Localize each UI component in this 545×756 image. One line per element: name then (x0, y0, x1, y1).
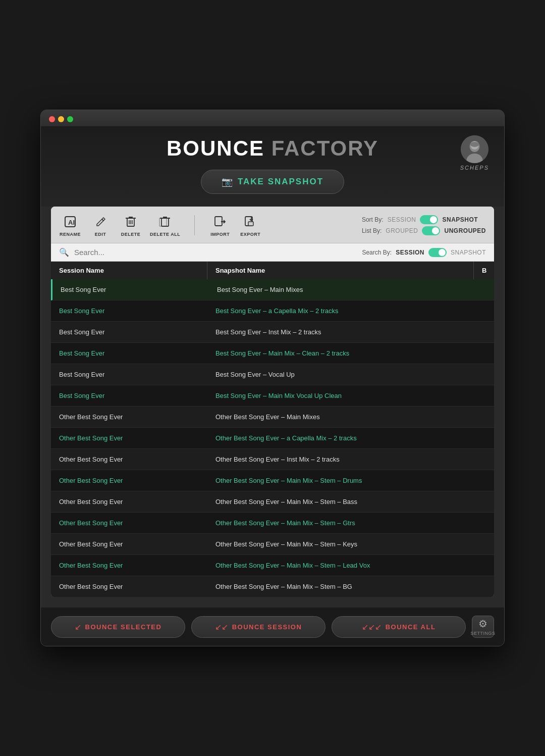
session-name-cell: Other Best Song Ever (51, 491, 207, 512)
b-cell (474, 470, 494, 491)
list-by-label: List By: (362, 227, 382, 234)
delete-icon (123, 214, 139, 230)
header: BOUNCE FACTORY 📷 TAKE SNAPSHOT SCHEPS (41, 126, 504, 207)
table-row[interactable]: Best Song EverBest Song Ever – Main Mix … (51, 385, 494, 407)
search-input[interactable] (74, 248, 357, 257)
snapshot-name-cell: Other Best Song Ever – Main Mix – Stem –… (207, 513, 474, 533)
bottom-bar: ↙ BOUNCE SELECTED ↙↙ BOUNCE SESSION ↙↙↙ … (41, 608, 504, 646)
table-row[interactable]: Other Best Song EverOther Best Song Ever… (51, 491, 494, 513)
session-name-cell: Best Song Ever (51, 385, 207, 406)
snapshot-name-cell: Best Song Ever – Main Mix Vocal Up Clean (207, 385, 474, 406)
traffic-lights (49, 116, 73, 122)
search-session-label: SESSION (396, 249, 424, 256)
sort-row: Sort By: SESSION SNAPSHOT (362, 215, 486, 224)
session-name-cell: Other Best Song Ever (51, 428, 207, 448)
minimize-button[interactable] (58, 116, 64, 122)
export-button[interactable]: EXPORT (239, 214, 261, 237)
import-icon (212, 214, 228, 230)
delete-button[interactable]: DELETE (120, 214, 142, 237)
table-row[interactable]: Best Song EverBest Song Ever – Main Mixe… (51, 279, 494, 300)
session-name-cell: Best Song Ever (52, 279, 209, 300)
table-row[interactable]: Other Best Song EverOther Best Song Ever… (51, 428, 494, 449)
list-grouped-label: GROUPED (386, 227, 418, 234)
snapshot-name-cell: Best Song Ever – Main Mix – Clean – 2 tr… (207, 343, 474, 364)
list-toggle[interactable] (422, 226, 440, 235)
snapshot-label: TAKE SNAPSHOT (238, 177, 323, 187)
table-row[interactable]: Best Song EverBest Song Ever – Main Mix … (51, 343, 494, 364)
table-row[interactable]: Other Best Song EverOther Best Song Ever… (51, 576, 494, 597)
search-toggle[interactable] (428, 248, 447, 257)
table-row[interactable]: Other Best Song EverOther Best Song Ever… (51, 555, 494, 576)
app-title: BOUNCE FACTORY (167, 136, 378, 161)
svg-rect-15 (215, 217, 222, 226)
bounce-session-icon: ↙↙ (215, 622, 228, 632)
toolbar-left: AI RENAME EDIT (59, 214, 261, 237)
list-ungrouped-label: UNGROUPED (444, 227, 486, 234)
session-name-cell: Other Best Song Ever (51, 534, 207, 555)
snapshot-name-cell: Best Song Ever – Vocal Up (207, 364, 474, 385)
svg-rect-14 (159, 218, 167, 226)
table-row[interactable]: Best Song EverBest Song Ever – a Capella… (51, 300, 494, 322)
edit-button[interactable]: EDIT (89, 214, 112, 237)
table-row[interactable]: Best Song EverBest Song Ever – Inst Mix … (51, 322, 494, 343)
scheps-logo: SCHEPS (460, 135, 489, 171)
bounce-all-icon: ↙↙↙ (362, 622, 382, 632)
b-cell (474, 491, 494, 512)
snapshot-name-cell: Other Best Song Ever – Main Mix – Stem –… (207, 470, 474, 491)
snapshot-name-cell: Best Song Ever – Inst Mix – 2 tracks (207, 322, 474, 342)
table-row[interactable]: Other Best Song EverOther Best Song Ever… (51, 470, 494, 491)
list-row: List By: GROUPED UNGROUPED (362, 226, 486, 235)
svg-point-4 (470, 142, 479, 147)
session-name-cell: Best Song Ever (51, 300, 207, 321)
title-factory: FACTORY (271, 136, 378, 160)
svg-rect-12 (161, 218, 169, 226)
scheps-avatar (461, 135, 488, 163)
edit-label: EDIT (95, 232, 106, 237)
snapshot-name-cell: Other Best Song Ever – Main Mix – Stem –… (207, 534, 474, 555)
bounce-session-label: BOUNCE SESSION (232, 623, 302, 631)
snapshot-name-cell: Other Best Song Ever – Main Mixes (207, 407, 474, 427)
session-name-cell: Best Song Ever (51, 322, 207, 342)
session-name-cell: Other Best Song Ever (51, 576, 207, 597)
table-row[interactable]: Other Best Song EverOther Best Song Ever… (51, 449, 494, 470)
b-cell (474, 343, 494, 364)
b-cell (474, 322, 494, 342)
snapshot-name-cell: Other Best Song Ever – Main Mix – Stem –… (207, 491, 474, 512)
table-row[interactable]: Other Best Song EverOther Best Song Ever… (51, 513, 494, 534)
search-by-label: Search By: (362, 249, 392, 256)
delete-all-label: DELETE ALL (150, 232, 180, 237)
settings-button[interactable]: ⚙ SETTINGS (472, 616, 494, 638)
bounce-selected-button[interactable]: ↙ BOUNCE SELECTED (51, 616, 185, 638)
sort-toggle[interactable] (420, 215, 438, 224)
take-snapshot-button[interactable]: 📷 TAKE SNAPSHOT (201, 170, 344, 194)
table-row[interactable]: Other Best Song EverOther Best Song Ever… (51, 407, 494, 428)
maximize-button[interactable] (67, 116, 73, 122)
rename-button[interactable]: AI RENAME (59, 214, 81, 237)
rename-icon: AI (62, 214, 78, 230)
table-row[interactable]: Other Best Song EverOther Best Song Ever… (51, 534, 494, 555)
col-b-header: B (474, 262, 494, 279)
delete-all-button[interactable]: DELETE ALL (150, 214, 180, 237)
edit-icon (92, 214, 108, 230)
bounce-session-button[interactable]: ↙↙ BOUNCE SESSION (191, 616, 325, 638)
col-snapshot-header: Snapshot Name (207, 262, 474, 279)
search-icon: 🔍 (59, 247, 69, 257)
session-name-cell: Other Best Song Ever (51, 407, 207, 427)
bounce-all-button[interactable]: ↙↙↙ BOUNCE ALL (332, 616, 466, 638)
table-row[interactable]: Best Song EverBest Song Ever – Vocal Up (51, 364, 494, 385)
snapshot-name-cell: Best Song Ever – Main Mixes (209, 279, 474, 300)
toolbar-right: Sort By: SESSION SNAPSHOT List By: GROUP… (362, 215, 486, 235)
title-bar (41, 110, 504, 126)
snapshot-name-cell: Other Best Song Ever – Inst Mix – 2 trac… (207, 449, 474, 470)
gear-icon: ⚙ (478, 618, 487, 630)
import-button[interactable]: IMPORT (209, 214, 231, 237)
delete-label: DELETE (121, 232, 141, 237)
bounce-selected-label: BOUNCE SELECTED (85, 623, 162, 631)
b-cell (474, 428, 494, 448)
session-name-cell: Best Song Ever (51, 343, 207, 364)
session-name-cell: Best Song Ever (51, 364, 207, 385)
close-button[interactable] (49, 116, 55, 122)
b-cell (474, 534, 494, 555)
import-label: IMPORT (210, 232, 230, 237)
svg-text:AI: AI (68, 219, 75, 226)
